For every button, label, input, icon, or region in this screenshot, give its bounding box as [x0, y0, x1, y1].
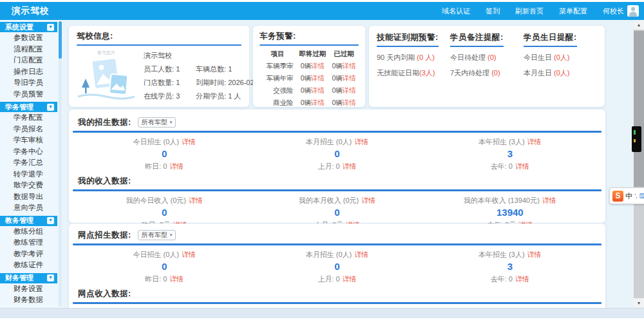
- sidebar-item-import-old-students[interactable]: 导旧学员: [0, 77, 62, 89]
- reminder-value[interactable]: (0人): [554, 53, 569, 61]
- detail-link[interactable]: 详情: [515, 275, 529, 283]
- detail-link[interactable]: 详情: [189, 196, 203, 204]
- sidebar-item-data-export[interactable]: 数据导出: [0, 191, 62, 203]
- reminder-label: 无技能证日期: [377, 69, 419, 77]
- reminder-value[interactable]: (0): [488, 53, 496, 61]
- chevron-down-icon[interactable]: ▾: [47, 274, 54, 281]
- sidebar-item-finance-settings[interactable]: 财务设置: [0, 283, 62, 295]
- sidebar-item-param-settings[interactable]: 参数设置: [0, 32, 62, 44]
- stat-year-enroll: 本年招生 (3人)详情 3 去年: 0详情: [424, 137, 596, 171]
- birthday-reminder-title: 学员生日提醒:: [524, 32, 577, 47]
- school-info-fields: 演示驾校 员工人数: 1 车辆总数: 1 门店数量: 1 到期时间: 2026-…: [144, 50, 264, 105]
- sidebar-item-coach-mgmt[interactable]: 教练管理: [0, 237, 62, 249]
- detail-link[interactable]: 详情: [311, 62, 325, 70]
- reminder-value[interactable]: (0 人): [417, 53, 435, 61]
- sogou-logo-icon[interactable]: S: [612, 191, 623, 202]
- sidebar-item-student-enroll[interactable]: 学员报名: [0, 124, 62, 135]
- sidebar-item-learning-audit[interactable]: 学车审核: [0, 135, 62, 146]
- vertical-scrollbar[interactable]: ▲ ▼: [634, 20, 644, 308]
- detail-link[interactable]: 详情: [343, 99, 356, 106]
- stat-compare-label: 昨日: 0: [145, 162, 167, 170]
- sidebar-item-affairs-config[interactable]: 学务配置: [0, 112, 62, 124]
- vehicle-type-filter[interactable]: 所有车型 ▾: [138, 230, 176, 240]
- reminder-value[interactable]: (0): [491, 69, 500, 77]
- detail-link[interactable]: 详情: [515, 162, 529, 170]
- count-value: 0辆: [301, 74, 311, 82]
- chevron-down-icon[interactable]: ▾: [47, 217, 54, 224]
- sidebar-item-finance-data[interactable]: 财务数据: [0, 294, 62, 306]
- chevron-down-icon: ▾: [170, 233, 173, 238]
- detail-link[interactable]: 详情: [182, 138, 196, 146]
- detail-link[interactable]: 详情: [354, 251, 368, 258]
- detail-link[interactable]: 详情: [343, 162, 357, 170]
- detail-link[interactable]: 详情: [527, 251, 542, 258]
- sidebar-section-header-student-affairs[interactable]: 学务管理 ▾: [0, 102, 57, 112]
- scrollbar-thumb[interactable]: [634, 31, 644, 187]
- ime-toolbar[interactable]: S 中 ’, ⌨: [609, 187, 644, 204]
- scroll-up-icon[interactable]: ▲: [634, 20, 644, 30]
- detail-link[interactable]: 详情: [527, 138, 542, 146]
- sidebar-section-header-teaching[interactable]: 教务管理 ▾: [0, 216, 57, 226]
- sidebar-item-operation-log[interactable]: 操作日志: [0, 66, 62, 78]
- count-value: 0辆: [332, 74, 342, 82]
- menu-config-link[interactable]: 菜单配置: [559, 6, 587, 16]
- stat-today-enroll: 今日招生 (0人)详情 0 昨日: 0详情: [78, 250, 251, 283]
- sidebar-item-affairs-summary[interactable]: 学务汇总: [0, 157, 62, 169]
- screen-tool-widget: [632, 126, 641, 152]
- detail-link[interactable]: 详情: [343, 62, 356, 70]
- chevron-down-icon[interactable]: ▾: [47, 104, 54, 111]
- sidebar-item-coach-group[interactable]: 教练分组: [0, 226, 62, 238]
- sidebar-item-teaching-eval[interactable]: 教学考评: [0, 249, 62, 260]
- detail-link[interactable]: 详情: [542, 196, 556, 204]
- stat-compare-label: 去年: 0: [491, 162, 513, 170]
- school-name: 演示驾校: [144, 51, 264, 61]
- stat-compare-label: 上月: 0: [317, 275, 339, 283]
- keyboard-icon[interactable]: ⌨: [639, 192, 644, 200]
- section-divider: [73, 189, 601, 191]
- detail-link[interactable]: 详情: [343, 275, 357, 283]
- stat-label: 本年招生 (3人): [478, 251, 525, 258]
- detail-link[interactable]: 详情: [311, 74, 325, 82]
- detail-link[interactable]: 详情: [311, 86, 325, 94]
- sidebar-item-student-alert[interactable]: 学员预警: [0, 89, 62, 100]
- stat-month-enroll: 本月招生 (0人)详情 0 上月: 0详情: [251, 250, 423, 283]
- detail-link[interactable]: 详情: [343, 86, 356, 94]
- stat-label: 今日招生 (0人): [133, 251, 179, 258]
- sidebar-item-affairs-center[interactable]: 学务中心: [0, 146, 62, 158]
- sidebar-item-transfer-dropout[interactable]: 转学退学: [0, 169, 62, 180]
- refresh-home-link[interactable]: 刷新首页: [515, 6, 544, 16]
- ime-mode-toggle[interactable]: 中: [625, 191, 632, 201]
- sign-in-link[interactable]: 签到: [486, 6, 500, 16]
- user-menu[interactable]: 何校长: [603, 5, 639, 17]
- detail-link[interactable]: 详情: [182, 251, 196, 258]
- sidebar-item-store-config[interactable]: 门店配置: [0, 55, 62, 66]
- sidebar-scrollbar[interactable]: [59, 21, 62, 307]
- detail-link[interactable]: 详情: [169, 275, 184, 283]
- domain-auth-link[interactable]: 域名认证: [442, 6, 470, 16]
- sidebar-section-header-finance[interactable]: 财务管理 ▾: [0, 273, 57, 283]
- scroll-down-icon[interactable]: ▼: [634, 298, 644, 308]
- sidebar-item-coach-certs[interactable]: 教练证件: [0, 260, 62, 271]
- sidebar-nav: 系统设置 ▾ 参数设置 流程配置 门店配置 操作日志 导旧学员 学员预警 学务管…: [0, 20, 62, 308]
- branch-income-stats-section: 网点收入数据: 今日收入 (0元)详情 0 本月收入 (0元)详情 0 本年收入…: [78, 287, 596, 308]
- field-label: 车辆总数:: [196, 65, 226, 73]
- sidebar-item-intent-students[interactable]: 意向学员: [0, 202, 62, 214]
- reminder-label: 今日生日: [524, 53, 554, 61]
- detail-link[interactable]: 详情: [354, 138, 368, 146]
- detail-link[interactable]: 详情: [169, 162, 184, 170]
- stat-value: 0: [78, 148, 251, 160]
- detail-link[interactable]: 详情: [311, 99, 325, 106]
- chevron-down-icon[interactable]: ▾: [47, 24, 54, 31]
- sidebar-scrollbar-thumb[interactable]: [59, 21, 62, 59]
- sidebar-item-process-config[interactable]: 流程配置: [0, 44, 62, 55]
- reminder-value[interactable]: (3人): [419, 69, 435, 77]
- sidebar-item-casual-payment[interactable]: 散学交费: [0, 180, 62, 191]
- sidebar-section-header-system[interactable]: 系统设置 ▾: [0, 22, 57, 32]
- user-avatar-icon[interactable]: [627, 5, 639, 17]
- school-info-title: 驾校信息:: [77, 31, 242, 42]
- vehicle-type-filter[interactable]: 所有车型 ▾: [138, 117, 176, 128]
- detail-link[interactable]: 详情: [361, 196, 375, 204]
- detail-link[interactable]: 详情: [343, 74, 356, 82]
- ime-punctuation-toggle[interactable]: ’,: [634, 193, 638, 199]
- reminder-value[interactable]: (0人): [554, 69, 569, 77]
